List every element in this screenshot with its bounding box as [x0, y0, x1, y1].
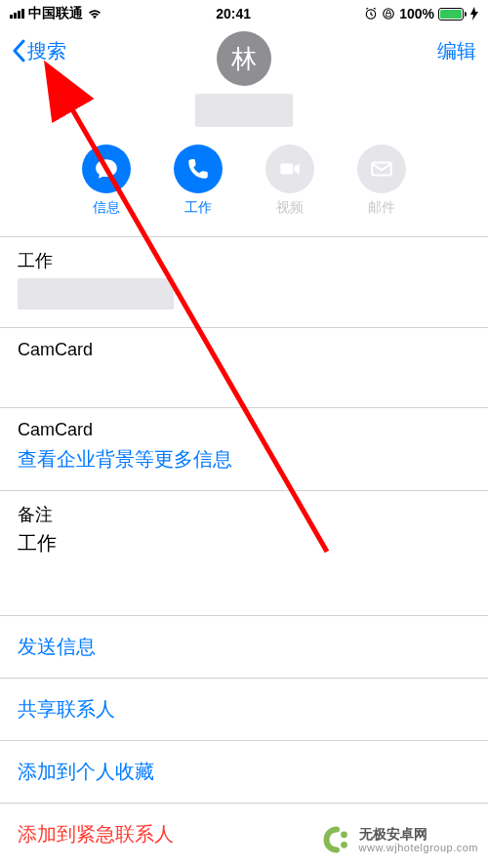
phone-section[interactable]: 工作: [0, 236, 488, 327]
company-info-link[interactable]: 查看企业背景等更多信息: [18, 446, 470, 473]
battery-percent: 100%: [399, 6, 434, 21]
mail-label: 邮件: [368, 199, 395, 217]
notes-value: 工作: [18, 530, 470, 557]
notes-label: 备注: [18, 503, 470, 526]
message-icon: [82, 145, 131, 193]
signal-strength-icon: [10, 9, 24, 19]
phone-icon: [174, 145, 223, 193]
message-action[interactable]: 信息: [82, 145, 131, 217]
status-right: 100%: [364, 6, 478, 21]
spacer: [0, 574, 488, 615]
content: 工作 CamCard CamCard 查看企业背景等更多信息 备注 工作 发送信…: [0, 236, 488, 865]
orientation-lock-icon: [382, 7, 395, 21]
contact-header: 林 信息 工作 视频 邮件: [0, 27, 488, 236]
status-time: 20:41: [216, 6, 251, 21]
add-favorites-cell[interactable]: 添加到个人收藏: [0, 740, 488, 803]
message-label: 信息: [93, 199, 120, 217]
watermark-url: www.wjhotelgroup.com: [359, 842, 479, 854]
camcard-label-2: CamCard: [18, 420, 470, 440]
svg-point-7: [341, 842, 347, 848]
alarm-icon: [364, 7, 378, 21]
svg-point-6: [341, 831, 347, 838]
battery-icon: [438, 8, 467, 21]
video-label: 视频: [276, 199, 304, 217]
call-label: 工作: [184, 199, 212, 217]
svg-rect-2: [280, 164, 293, 175]
phone-number-redacted: [18, 278, 174, 310]
wifi-icon: [87, 8, 102, 20]
carrier-label: 中国联通: [28, 5, 83, 22]
action-row: 信息 工作 视频 邮件: [0, 145, 488, 236]
charging-icon: [470, 7, 478, 21]
contact-name-redacted: [195, 94, 293, 127]
video-icon: [265, 145, 314, 193]
camcard-label-1: CamCard: [18, 340, 470, 360]
share-contact-cell[interactable]: 共享联系人: [0, 678, 488, 740]
mail-icon: [357, 145, 406, 193]
status-left: 中国联通: [10, 5, 102, 22]
watermark-logo-icon: [322, 825, 351, 854]
watermark: 无极安卓网 www.wjhotelgroup.com: [322, 825, 479, 854]
video-action[interactable]: 视频: [265, 145, 314, 217]
call-action[interactable]: 工作: [174, 145, 223, 217]
phone-label: 工作: [18, 249, 470, 272]
mail-action[interactable]: 邮件: [357, 145, 406, 217]
status-bar: 中国联通 20:41 100%: [0, 0, 488, 27]
camcard-section-2: CamCard 查看企业背景等更多信息: [0, 407, 488, 490]
notes-section[interactable]: 备注 工作: [0, 490, 488, 574]
avatar: 林: [217, 31, 271, 86]
watermark-title: 无极安卓网: [359, 826, 479, 842]
watermark-text: 无极安卓网 www.wjhotelgroup.com: [359, 826, 479, 854]
camcard-section-1: CamCard: [0, 327, 488, 407]
send-message-cell[interactable]: 发送信息: [0, 615, 488, 678]
